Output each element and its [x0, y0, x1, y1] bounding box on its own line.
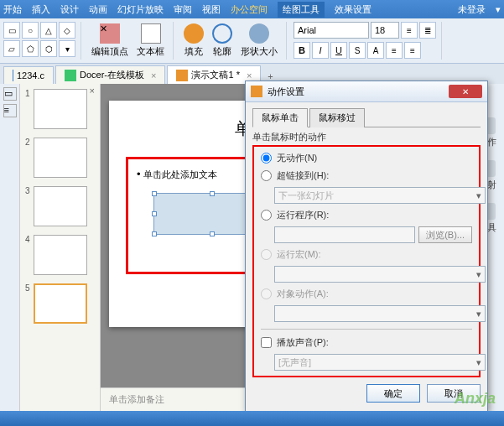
font-size-select[interactable] [371, 22, 399, 39]
hyperlink-combo[interactable]: 下一张幻灯片▾ [274, 187, 486, 204]
docer-icon [65, 70, 76, 81]
thumb-5[interactable]: 5 [25, 283, 95, 324]
opt-hyperlink-row: 超链接到(H): [261, 169, 472, 182]
dialog-buttons: 确定 取消 [252, 384, 481, 403]
menu-bar: 开始 插入 设计 动画 幻灯片放映 审阅 视图 办公空间 绘图工具 效果设置 未… [0, 0, 504, 18]
shape-btn[interactable]: ○ [22, 22, 39, 39]
ribbon: ▭ ○ △ ◇ ▱ ⬠ ⬡ ▾ ✕ 编辑顶点 文本框 [0, 18, 504, 64]
menu-view[interactable]: 视图 [202, 3, 221, 16]
font-name-select[interactable] [294, 22, 369, 39]
tab-mouse-over[interactable]: 鼠标移过 [309, 108, 365, 127]
object-combo: ▾ [274, 305, 486, 322]
radio-hyperlink[interactable] [261, 170, 272, 181]
ppt-icon [176, 70, 188, 81]
close-icon[interactable]: × [151, 70, 156, 81]
radio-none[interactable] [261, 153, 272, 164]
options-red-highlight: 无动作(N) 超链接到(H): 下一张幻灯片▾ 运行程序(R): 浏览(B)..… [252, 145, 481, 377]
align-button[interactable]: ≡ [386, 42, 403, 59]
tab-mouse-click[interactable]: 鼠标单击 [252, 108, 308, 127]
dialog-body: 鼠标单击 鼠标移过 单击鼠标时的动作 无动作(N) 超链接到(H): 下一张幻灯… [246, 102, 487, 411]
edit-vertex-button[interactable]: ✕ 编辑顶点 [88, 22, 132, 60]
menu-dropdown-icon[interactable]: ▾ [496, 4, 501, 15]
radio-run[interactable] [261, 210, 272, 221]
list-icon[interactable]: ≡ [401, 22, 418, 39]
ribbon-group-shapes: ▭ ○ △ ◇ ▱ ⬠ ⬡ ▾ [3, 22, 81, 60]
menu-design[interactable]: 设计 [60, 3, 79, 16]
underline-button[interactable]: U [330, 42, 347, 59]
opt-run-row: 运行程序(R): [261, 209, 472, 221]
radio-object [261, 288, 272, 299]
thumb-2[interactable]: 2 [25, 138, 95, 178]
opt-object-row: 对象动作(A): [261, 288, 472, 300]
chevron-down-icon: ▾ [476, 357, 481, 368]
shape-btn[interactable]: ⬠ [22, 40, 39, 57]
outline-icon[interactable]: ▭ [3, 87, 17, 101]
ppt-icon [251, 86, 262, 97]
ribbon-group-edit: ✕ 编辑顶点 文本框 [88, 22, 174, 60]
radio-none-label: 无动作(N) [277, 152, 317, 164]
ribbon-group-style: 填充 轮廓 形状大小 [180, 22, 287, 60]
textbox-button[interactable]: 文本框 [133, 22, 168, 60]
radio-hyperlink-label: 超链接到(H): [277, 169, 329, 182]
close-icon[interactable]: × [247, 70, 252, 81]
menu-review[interactable]: 审阅 [174, 3, 192, 16]
word-icon [13, 70, 13, 81]
dialog-title: 动作设置 [268, 86, 304, 98]
italic-button[interactable]: I [312, 42, 329, 59]
fill-button[interactable]: 填充 [180, 22, 207, 60]
opt-none-row: 无动作(N) [261, 152, 472, 164]
run-path-input[interactable] [274, 226, 415, 243]
radio-run-label: 运行程序(R): [277, 209, 329, 221]
browse-button[interactable]: 浏览(B)... [418, 226, 472, 243]
shape-btn[interactable]: ▭ [3, 22, 20, 39]
outline-bar: ▭ ≡ [0, 84, 20, 411]
list-icon[interactable]: ≣ [419, 22, 436, 39]
checkbox-sound[interactable] [261, 337, 272, 348]
slide-thumbnails: × 1 2 3 4 5 [20, 84, 101, 411]
close-panel-icon[interactable]: × [90, 86, 95, 96]
shape-btn[interactable]: ▱ [3, 40, 20, 57]
ok-button[interactable]: 确定 [366, 384, 420, 403]
sound-row: 播放声音(P): [261, 336, 472, 349]
dialog-tabs: 鼠标单击 鼠标移过 [252, 107, 481, 127]
shape-size-button[interactable]: 形状大小 [237, 22, 281, 60]
menu-start[interactable]: 开始 [3, 3, 22, 16]
thumb-4[interactable]: 4 [25, 235, 95, 275]
thumb-3[interactable]: 3 [25, 186, 95, 226]
shape-btn[interactable]: ◇ [59, 22, 75, 39]
shape-btn[interactable]: ▾ [59, 40, 75, 57]
radio-macro-label: 运行宏(M): [277, 248, 321, 261]
strike-button[interactable]: S [349, 42, 366, 59]
dialog-titlebar[interactable]: 动作设置 ✕ [246, 81, 487, 102]
chevron-down-icon: ▾ [476, 190, 481, 201]
ribbon-group-font: ≡ ≣ B I U S A ≡ ≡ [294, 22, 442, 60]
bold-button[interactable]: B [294, 42, 310, 59]
taskbar[interactable] [0, 411, 504, 426]
opt-macro-row: 运行宏(M): [261, 248, 472, 261]
outline-icon[interactable]: ≡ [3, 104, 17, 117]
section-label: 单击鼠标时的动作 [252, 131, 481, 143]
align-button[interactable]: ≡ [404, 42, 421, 59]
menu-office[interactable]: 办公空间 [231, 3, 268, 16]
radio-macro [261, 249, 272, 260]
menu-drawtools[interactable]: 绘图工具 [278, 2, 325, 18]
menu-insert[interactable]: 插入 [32, 3, 50, 16]
thumb-1[interactable]: 1 [25, 89, 95, 129]
menu-effects[interactable]: 效果设置 [335, 3, 372, 16]
watermark: Anxja [455, 390, 496, 408]
action-settings-dialog: 动作设置 ✕ 鼠标单击 鼠标移过 单击鼠标时的动作 无动作(N) 超链接到(H)… [245, 81, 488, 412]
macro-combo: ▾ [274, 266, 486, 283]
tab-home[interactable]: 1234.c [3, 66, 54, 84]
font-grow-button[interactable]: A [367, 42, 384, 59]
tab-docer[interactable]: Docer-在线模板 × [55, 65, 165, 84]
outline-button[interactable]: 轮廓 [209, 22, 236, 60]
shape-btn[interactable]: △ [40, 22, 57, 39]
menu-slideshow[interactable]: 幻灯片放映 [117, 3, 164, 16]
close-button[interactable]: ✕ [449, 85, 482, 98]
menu-anim[interactable]: 动画 [89, 3, 107, 16]
radio-object-label: 对象动作(A): [277, 288, 329, 300]
sound-combo[interactable]: [无声音]▾ [274, 354, 486, 371]
menu-login[interactable]: 未登录 [458, 3, 486, 16]
shape-btn[interactable]: ⬡ [40, 40, 57, 57]
checkbox-sound-label: 播放声音(P): [277, 336, 329, 349]
